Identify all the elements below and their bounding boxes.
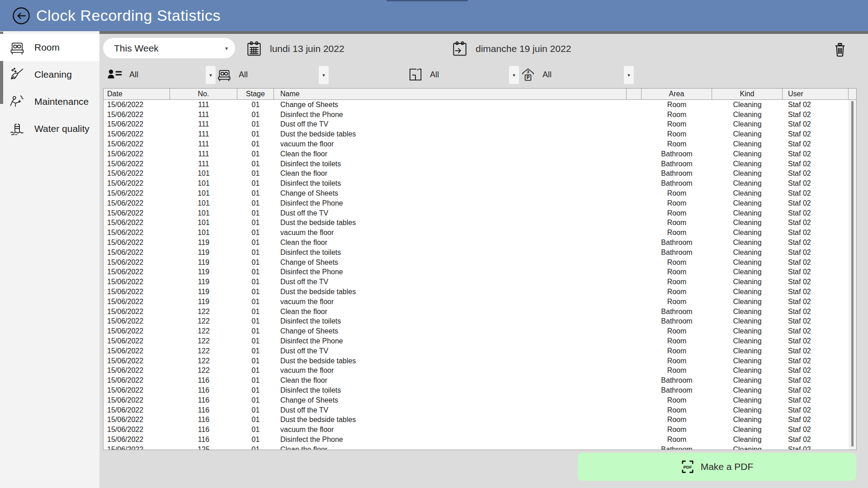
table-row[interactable]: 15/06/202211601Dust off the TVRoomCleani… [104,405,856,415]
table-row[interactable]: 15/06/202210101Change of SheetsRoomClean… [104,188,856,198]
table-cell: Disinfect the toilets [274,179,627,188]
sidebar-item-cleaning[interactable]: Cleaning [0,61,99,88]
vertical-scrollbar-thumb[interactable] [851,101,854,446]
table-cell: 01 [237,337,274,345]
table-cell: 116 [170,416,237,424]
make-pdf-button[interactable]: PDF Make a PDF [578,453,856,481]
table-row[interactable]: 15/06/202212201Clean the floorBathroomCl… [104,307,856,317]
table-cell: 101 [170,179,237,188]
staff-filter-dropdown[interactable]: ▾ [206,66,216,84]
column-header[interactable]: Kind [712,89,783,99]
table-cell: 15/06/2022 [104,229,170,237]
floor-filter-badge-top: 3 [527,69,529,74]
table-row[interactable]: 15/06/202212201Dust off the TVRoomCleani… [104,346,856,356]
vertical-scrollbar[interactable] [849,100,856,450]
table-row[interactable]: 15/06/202212201Disinfect the PhoneRoomCl… [104,336,856,346]
table-row[interactable]: 15/06/202211601Disinfect the toiletsBath… [104,385,856,395]
table-row[interactable]: 15/06/202211101Disinfect the PhoneRoomCl… [104,110,856,120]
table-row[interactable]: 15/06/202210101Clean the floorBathroomCl… [104,169,856,179]
table-row[interactable]: 15/06/202211601Clean the floorBathroomCl… [104,375,856,385]
table-row[interactable]: 15/06/202211601vacuum the floorRoomClean… [104,425,856,435]
table-row[interactable]: 15/06/202211901vacuum the floorRoomClean… [104,297,856,307]
table-cell: 122 [170,327,237,335]
floor-filter[interactable]: 3 P All [520,65,552,84]
table-row[interactable]: 15/06/202210101Disinfect the toiletsBath… [104,178,856,188]
table-cell: 119 [170,258,237,267]
table-cell: Cleaning [712,366,783,375]
column-header[interactable]: Stage [237,89,274,99]
table-row[interactable]: 15/06/202211901Dust the bedside tablesRo… [104,287,856,297]
start-date-label: lundi 13 juin 2022 [270,43,344,54]
table-row[interactable]: 15/06/202210101Dust off the TVRoomCleani… [104,208,856,218]
table-row[interactable]: 15/06/202211601Change of SheetsRoomClean… [104,395,856,405]
column-header[interactable]: Name [274,89,627,99]
column-header[interactable]: No. [170,89,237,99]
table-row[interactable]: 15/06/202211901Change of SheetsRoomClean… [104,258,856,267]
table-row[interactable]: 15/06/202211901Dust off the TVRoomCleani… [104,277,856,287]
table-cell: Disinfect the toilets [274,249,627,257]
back-button[interactable] [12,7,30,25]
sidebar-item-water-quality[interactable]: Water quality [0,115,99,142]
table-cell: 15/06/2022 [104,386,170,394]
table-cell: Staf 02 [783,219,849,227]
table-row[interactable]: 15/06/202211101Dust the bedside tablesRo… [104,129,856,139]
column-header[interactable] [627,89,642,99]
chevron-down-icon: ▾ [513,72,515,78]
end-date-picker[interactable]: dimanche 19 juin 2022 [451,39,571,59]
table-cell: 101 [170,189,237,197]
calendar-icon [245,40,263,58]
table-row[interactable]: 15/06/202210101Dust the bedside tablesRo… [104,218,856,228]
column-header[interactable]: Area [642,89,712,99]
records-table: DateNo.StageNameAreaKindUser 15/06/20221… [103,88,857,450]
sidebar-item-maintenance[interactable]: Maintenance [0,88,99,115]
table-row[interactable]: 15/06/202211601Dust the bedside tablesRo… [104,415,856,425]
table-cell: Room [642,258,712,267]
table-cell: 01 [237,239,274,247]
floor-filter-value: All [542,70,552,80]
table-row[interactable]: 15/06/202211101Change of SheetsRoomClean… [104,100,856,110]
table-cell: Cleaning [712,249,783,257]
calendar-arrow-icon [451,40,468,58]
area-filter[interactable]: All [407,65,439,84]
sidebar-item-room[interactable]: Room [0,34,99,61]
table-row[interactable]: 15/06/202211901Disinfect the PhoneRoomCl… [104,267,856,277]
arrow-left-icon [12,7,30,25]
period-select[interactable]: This Week ▾ [103,38,235,58]
table-row[interactable]: 15/06/202211101Dust off the TVRoomCleani… [104,120,856,130]
table-row[interactable]: 15/06/202211101Disinfect the toiletsBath… [104,159,856,169]
trash-icon [832,42,848,59]
sidebar-item-label: Room [34,42,60,53]
table-cell: Room [642,357,712,365]
table-row[interactable]: 15/06/202211101Clean the floorBathroomCl… [104,149,856,159]
table-cell: vacuum the floor [274,426,627,434]
table-row[interactable]: 15/06/202211901Clean the floorBathroomCl… [104,238,856,248]
table-cell: 125 [170,446,237,450]
table-row[interactable]: 15/06/202211901Disinfect the toiletsBath… [104,248,856,258]
table-cell: Staf 02 [783,317,849,325]
table-row[interactable]: 15/06/202212201vacuum the floorRoomClean… [104,366,856,376]
table-row[interactable]: 15/06/202212201Disinfect the toiletsBath… [104,317,856,327]
column-header[interactable]: User [783,89,849,99]
floor-filter-dropdown[interactable]: ▾ [624,66,634,84]
table-cell: Cleaning [712,239,783,247]
table-row[interactable]: 15/06/202210101Disinfect the PhoneRoomCl… [104,198,856,208]
table-cell: 15/06/2022 [104,366,170,375]
table-cell: Dust off the TV [274,278,627,286]
room-filter[interactable]: All [216,65,248,84]
room-filter-dropdown[interactable]: ▾ [319,66,329,84]
staff-filter[interactable]: All [107,65,138,84]
table-row[interactable]: 15/06/202211101vacuum the floorRoomClean… [104,139,856,149]
table-row[interactable]: 15/06/202210101vacuum the floorRoomClean… [104,228,856,238]
table-cell: 15/06/2022 [104,347,170,355]
column-header[interactable]: Date [104,89,170,99]
table-row[interactable]: 15/06/202212201Dust the bedside tablesRo… [104,356,856,366]
area-filter-dropdown[interactable]: ▾ [509,66,519,84]
start-date-picker[interactable]: lundi 13 juin 2022 [245,39,344,59]
table-cell: Staf 02 [783,347,849,355]
table-cell: Clean the floor [274,308,627,316]
table-cell: Cleaning [712,120,783,128]
clear-button[interactable] [832,42,848,59]
table-row[interactable]: 15/06/202212201Change of SheetsRoomClean… [104,326,856,336]
table-row[interactable]: 15/06/202212501Clean the floorBathroomCl… [104,445,856,450]
table-row[interactable]: 15/06/202211601Disinfect the PhoneRoomCl… [104,435,856,445]
